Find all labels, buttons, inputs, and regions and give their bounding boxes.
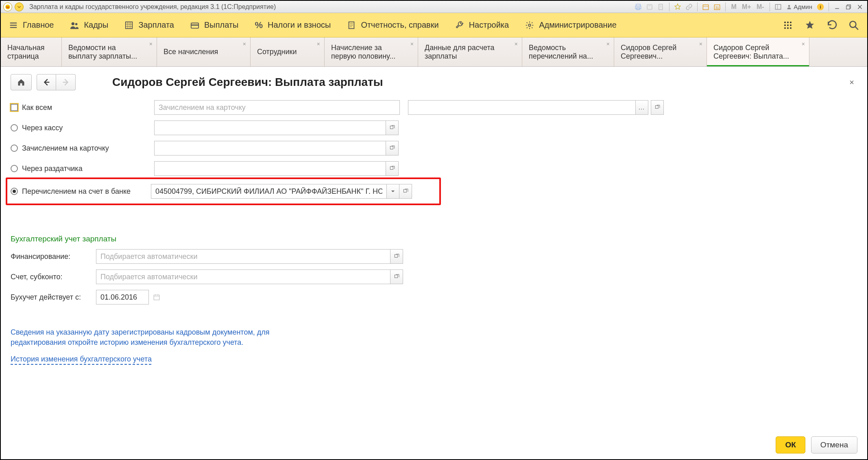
menu-admin-label: Администрирование	[539, 20, 617, 30]
financing-input[interactable]	[96, 249, 390, 264]
effective-date-input[interactable]	[96, 290, 149, 304]
tab-close-icon[interactable]: ×	[317, 41, 320, 47]
favorites-star-button[interactable]	[805, 20, 815, 31]
nav-home-button[interactable]	[11, 74, 32, 90]
distributor-input[interactable]	[154, 161, 386, 176]
svg-point-48	[787, 27, 789, 29]
svg-rect-60	[395, 275, 397, 278]
svg-point-42	[787, 22, 789, 23]
toolbar-doc-icon[interactable]	[656, 2, 666, 12]
cash-open[interactable]	[386, 120, 399, 135]
distributor-open[interactable]	[386, 161, 399, 176]
toolbar-cal1-icon[interactable]	[701, 2, 711, 12]
search-button[interactable]	[848, 20, 859, 31]
nav-back-button[interactable]	[37, 74, 56, 90]
radio-distributor[interactable]	[11, 165, 18, 172]
bank-account-input[interactable]	[151, 184, 387, 199]
history-button[interactable]	[827, 20, 837, 31]
menu-main[interactable]: Главное	[9, 20, 54, 30]
document-tabs: Начальная страница Ведомости на выплату …	[1, 37, 867, 67]
toolbar-cal2-icon[interactable]: 31	[712, 2, 722, 12]
card-open[interactable]	[386, 141, 399, 156]
ok-button[interactable]: ОК	[776, 436, 805, 453]
menu-taxes[interactable]: % Налоги и взносы	[255, 20, 331, 31]
tab-salary-data[interactable]: Данные для расчета зарплаты ×	[418, 37, 522, 66]
window-close[interactable]	[855, 2, 865, 12]
svg-line-51	[855, 26, 858, 30]
current-user[interactable]: Админ	[785, 3, 814, 10]
apps-grid-button[interactable]	[783, 20, 793, 31]
app-menu-dropdown[interactable]	[15, 2, 24, 11]
svg-text:31: 31	[715, 6, 720, 10]
bank-open[interactable]	[399, 184, 412, 199]
svg-rect-57	[390, 166, 393, 169]
toolbar-info-icon[interactable]: i	[816, 2, 825, 12]
svg-point-28	[75, 23, 78, 25]
history-link[interactable]: История изменения бухгалтерского учета	[11, 355, 152, 364]
tab-close-icon[interactable]: ×	[515, 41, 518, 47]
toolbar-panel-icon[interactable]	[773, 2, 783, 12]
toolbar-link-icon[interactable]	[684, 2, 694, 12]
tab-close-icon[interactable]: ×	[243, 41, 246, 47]
page-close-button[interactable]: ×	[846, 78, 857, 87]
window-minimize[interactable]	[832, 2, 842, 12]
memory-m-label: М	[729, 2, 739, 12]
tab-transfer-stmt[interactable]: Ведомость перечислений на... ×	[522, 37, 614, 66]
svg-text:1c: 1c	[6, 5, 9, 8]
tab-close-icon[interactable]: ×	[699, 41, 702, 47]
tab-employees[interactable]: Сотрудники ×	[251, 37, 325, 66]
menu-reports[interactable]: Отчетность, справки	[347, 20, 438, 30]
svg-rect-29	[126, 22, 133, 28]
bank-dropdown[interactable]	[386, 184, 399, 199]
financing-open[interactable]	[390, 249, 403, 264]
account-input[interactable]	[96, 269, 390, 284]
page-title: Сидоров Сергей Сергеевич: Выплата зарпла…	[112, 76, 383, 89]
as-all-method-input[interactable]	[154, 100, 400, 115]
radio-cash-label: Через кассу	[22, 124, 154, 132]
radio-distributor-label: Через раздатчика	[22, 164, 154, 173]
radio-as-all-label: Как всем	[22, 103, 154, 112]
tab-close-icon[interactable]: ×	[410, 41, 414, 47]
tab-close-icon[interactable]: ×	[149, 41, 153, 47]
tab-first-half[interactable]: Начисление за первую половину... ×	[325, 37, 418, 66]
menu-admin[interactable]: Администрирование	[525, 20, 617, 30]
memory-mminus-label: М-	[754, 2, 766, 12]
tab-close-icon[interactable]: ×	[802, 41, 805, 47]
nav-forward-button[interactable]	[56, 74, 76, 90]
radio-bank[interactable]	[11, 188, 18, 195]
tab-statements[interactable]: Ведомости на выплату зарплаты... ×	[62, 37, 157, 66]
menu-settings[interactable]: Настройка	[455, 20, 509, 30]
highlight-bank-transfer: Перечислением на счет в банке	[6, 177, 441, 205]
menu-personnel[interactable]: Кадры	[70, 20, 108, 30]
tab-accruals[interactable]: Все начисления ×	[157, 37, 251, 66]
as-all-extra-open[interactable]	[651, 100, 664, 115]
as-all-extra-select[interactable]: …	[635, 100, 648, 115]
tab-home[interactable]: Начальная страница	[1, 37, 62, 66]
tab-sidorov1[interactable]: Сидоров Сергей Сергеевич... ×	[614, 37, 707, 66]
menu-taxes-label: Налоги и взносы	[268, 20, 331, 30]
radio-card[interactable]	[11, 145, 18, 152]
tab-close-icon[interactable]: ×	[606, 41, 610, 47]
radio-cash[interactable]	[11, 124, 18, 131]
menu-salary[interactable]: Зарплата	[124, 20, 174, 30]
cash-input[interactable]	[154, 120, 386, 135]
toolbar-save-icon[interactable]	[645, 2, 654, 12]
svg-rect-34	[191, 23, 198, 28]
card-input[interactable]	[154, 141, 386, 156]
tab-sidorov-payment[interactable]: Сидоров Сергей Сергеевич: Выплата... ×	[707, 37, 809, 66]
calendar-icon[interactable]	[153, 294, 160, 301]
svg-rect-2	[636, 4, 641, 6]
radio-as-all[interactable]	[11, 104, 18, 111]
window-restore[interactable]	[844, 2, 853, 12]
toolbar-favorite-icon[interactable]	[673, 2, 683, 12]
svg-rect-35	[191, 24, 198, 26]
svg-rect-54	[655, 105, 658, 108]
svg-point-46	[790, 24, 792, 26]
effective-label: Бухучет действует с:	[11, 293, 96, 302]
account-open[interactable]	[390, 269, 403, 284]
menu-reports-label: Отчетность, справки	[361, 20, 438, 30]
toolbar-print-icon[interactable]	[633, 2, 643, 12]
menu-payments[interactable]: Выплаты	[190, 20, 238, 30]
cancel-button[interactable]: Отмена	[811, 436, 857, 453]
as-all-extra-input[interactable]	[408, 100, 636, 115]
